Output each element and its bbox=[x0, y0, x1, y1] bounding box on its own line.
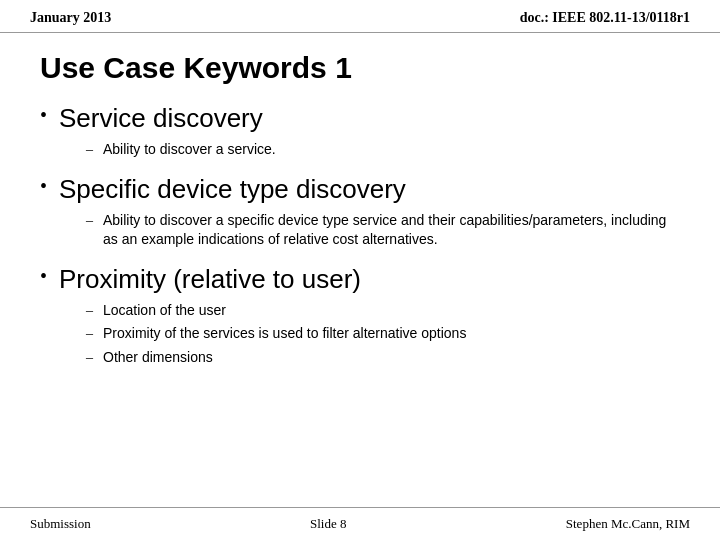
slide: January 2013 doc.: IEEE 802.11-13/0118r1… bbox=[0, 0, 720, 540]
bullet-dot-1: • bbox=[40, 105, 47, 125]
sub-bullet-2-1: – Ability to discover a specific device … bbox=[86, 211, 680, 250]
bullet-main-text-2: Specific device type discovery bbox=[59, 174, 406, 205]
bullet-main-text-1: Service discovery bbox=[59, 103, 263, 134]
sub-dash-2-1: – bbox=[86, 213, 93, 229]
sub-dash-3-1: – bbox=[86, 303, 93, 319]
sub-bullet-3-2: – Proximity of the services is used to f… bbox=[86, 324, 680, 344]
slide-header: January 2013 doc.: IEEE 802.11-13/0118r1 bbox=[0, 0, 720, 33]
sub-bullet-3-3: – Other dimensions bbox=[86, 348, 680, 368]
sub-dash-3-2: – bbox=[86, 326, 93, 342]
sub-bullet-1-1: – Ability to discover a service. bbox=[86, 140, 680, 160]
footer-slide-number: Slide 8 bbox=[310, 516, 346, 532]
bullet-main-3: • Proximity (relative to user) bbox=[40, 264, 680, 295]
bullet-main-text-3: Proximity (relative to user) bbox=[59, 264, 361, 295]
slide-footer: Submission Slide 8 Stephen Mc.Cann, RIM bbox=[0, 507, 720, 540]
footer-author: Stephen Mc.Cann, RIM bbox=[566, 516, 690, 532]
bullet-main-2: • Specific device type discovery bbox=[40, 174, 680, 205]
bullet-dot-3: • bbox=[40, 266, 47, 286]
footer-submission: Submission bbox=[30, 516, 91, 532]
sub-bullet-text-3-2: Proximity of the services is used to fil… bbox=[103, 324, 466, 344]
bullet-section-1: • Service discovery – Ability to discove… bbox=[40, 103, 680, 160]
bullet-main-1: • Service discovery bbox=[40, 103, 680, 134]
bullet-section-2: • Specific device type discovery – Abili… bbox=[40, 174, 680, 250]
sub-bullet-text-3-1: Location of the user bbox=[103, 301, 226, 321]
sub-dash-3-3: – bbox=[86, 350, 93, 366]
header-date: January 2013 bbox=[30, 10, 111, 26]
bullet-section-3: • Proximity (relative to user) – Locatio… bbox=[40, 264, 680, 368]
sub-bullet-text-3-3: Other dimensions bbox=[103, 348, 213, 368]
sub-bullet-text-1-1: Ability to discover a service. bbox=[103, 140, 276, 160]
header-doc: doc.: IEEE 802.11-13/0118r1 bbox=[520, 10, 690, 26]
slide-content: Use Case Keywords 1 • Service discovery … bbox=[0, 33, 720, 392]
slide-title: Use Case Keywords 1 bbox=[40, 51, 680, 85]
sub-bullet-text-2-1: Ability to discover a specific device ty… bbox=[103, 211, 680, 250]
sub-bullet-3-1: – Location of the user bbox=[86, 301, 680, 321]
sub-bullets-1: – Ability to discover a service. bbox=[86, 140, 680, 160]
sub-bullets-3: – Location of the user – Proximity of th… bbox=[86, 301, 680, 368]
bullet-dot-2: • bbox=[40, 176, 47, 196]
sub-dash-1-1: – bbox=[86, 142, 93, 158]
sub-bullets-2: – Ability to discover a specific device … bbox=[86, 211, 680, 250]
